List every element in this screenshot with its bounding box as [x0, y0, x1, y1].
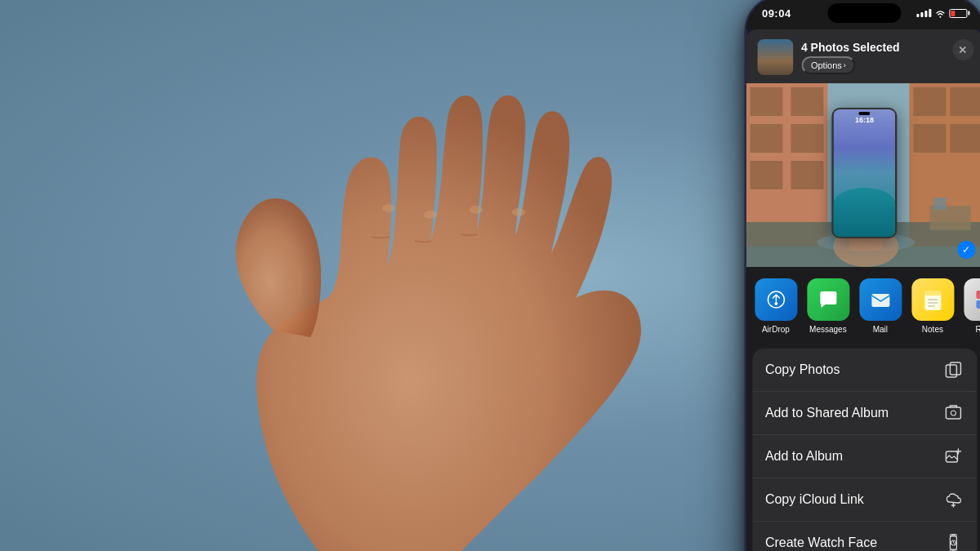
dynamic-island [827, 3, 901, 23]
mail-label: Mail [873, 325, 888, 334]
share-title-area: 4 Photos Selected Options › [801, 41, 972, 74]
copy-photos-action[interactable]: Copy Photos [752, 349, 977, 392]
create-watch-face-action[interactable]: Create Watch Face [752, 522, 977, 551]
action-list: Copy Photos Add to Shared Album [752, 349, 977, 551]
notes-app-item[interactable]: Notes [911, 278, 955, 334]
status-time: 09:04 [762, 7, 791, 20]
mail-icon [859, 278, 902, 321]
more-icon [964, 278, 980, 321]
svg-rect-27 [924, 291, 941, 295]
app-row: AirDrop Messages [746, 267, 980, 342]
share-header: 4 Photos Selected Options › ✕ [746, 29, 980, 83]
share-title: 4 Photos Selected [801, 41, 972, 54]
mail-app-item[interactable]: Mail [858, 278, 902, 334]
svg-rect-14 [950, 87, 980, 116]
svg-rect-31 [976, 291, 980, 299]
svg-rect-25 [871, 294, 889, 307]
share-thumbnail [757, 39, 793, 75]
messages-icon [807, 278, 849, 321]
copy-icloud-link-icon [942, 489, 964, 510]
add-shared-album-icon [942, 402, 964, 424]
options-button[interactable]: Options › [801, 56, 856, 74]
status-bar: 09:04 [746, 0, 980, 29]
notes-label: Notes [922, 325, 943, 334]
create-watch-face-icon [942, 532, 964, 551]
photo-phone: 16:18 [831, 108, 897, 238]
svg-rect-10 [750, 161, 782, 189]
svg-rect-11 [791, 161, 823, 189]
svg-rect-9 [791, 124, 823, 153]
more-label: Re… [975, 325, 980, 334]
copy-photos-label: Copy Photos [765, 362, 840, 377]
svg-rect-6 [750, 87, 782, 116]
create-watch-face-label: Create Watch Face [765, 535, 877, 550]
svg-rect-33 [976, 300, 980, 309]
airdrop-label: AirDrop [762, 325, 790, 334]
svg-rect-8 [750, 124, 782, 153]
photo-preview: 16:18 ✓ [746, 83, 980, 267]
svg-rect-20 [933, 198, 946, 210]
airdrop-app-item[interactable]: AirDrop [754, 278, 798, 334]
add-shared-album-action[interactable]: Add to Shared Album [752, 392, 977, 435]
svg-rect-16 [950, 124, 980, 153]
more-app-item[interactable]: Re… [963, 278, 980, 334]
messages-app-item[interactable]: Messages [806, 278, 850, 334]
photo-selected-check: ✓ [957, 241, 975, 259]
phone: 09:04 [744, 0, 980, 551]
airdrop-icon [755, 278, 797, 321]
close-button[interactable]: ✕ [952, 39, 973, 60]
status-icons [916, 9, 967, 18]
svg-rect-13 [913, 87, 946, 116]
add-album-label: Add to Album [765, 449, 843, 464]
svg-point-38 [951, 411, 956, 415]
signal-icon [916, 9, 931, 17]
battery-icon [949, 9, 967, 18]
battery-fill [951, 11, 955, 16]
wifi-icon [934, 9, 946, 18]
copy-icloud-link-action[interactable]: Copy iCloud Link [752, 478, 977, 522]
svg-rect-15 [913, 124, 946, 153]
copy-photos-icon [942, 359, 964, 380]
add-album-icon [942, 446, 964, 467]
add-album-action[interactable]: Add to Album [752, 435, 977, 478]
svg-rect-37 [946, 407, 960, 419]
phone-shell: 09:04 [744, 0, 980, 551]
messages-label: Messages [809, 325, 847, 334]
svg-rect-7 [791, 87, 823, 116]
add-shared-album-label: Add to Shared Album [765, 406, 889, 420]
svg-point-24 [774, 302, 777, 305]
share-sheet: 4 Photos Selected Options › ✕ [746, 29, 980, 551]
notes-icon [911, 278, 954, 321]
copy-icloud-link-label: Copy iCloud Link [765, 492, 864, 507]
